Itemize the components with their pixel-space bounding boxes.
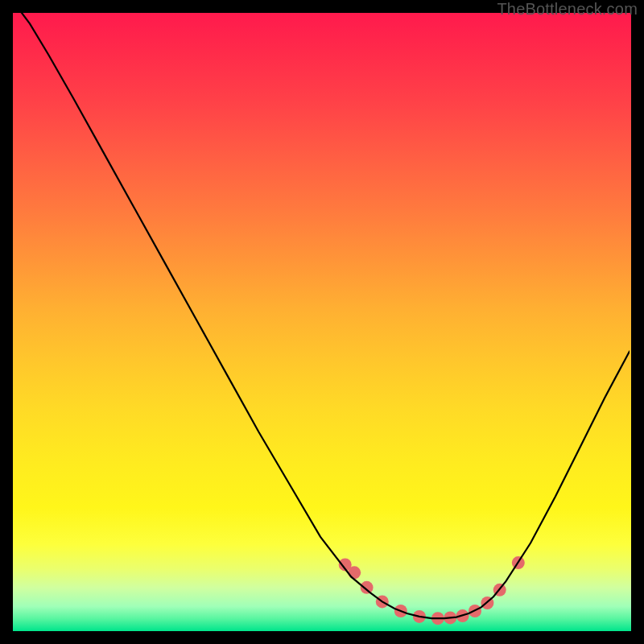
highlight-dot (348, 566, 361, 579)
bottleneck-curve (11, 11, 630, 618)
chart-frame (11, 11, 633, 633)
watermark-label: TheBottleneck.com (497, 0, 638, 19)
chart-svg (11, 11, 630, 630)
highlight-dot (361, 581, 374, 594)
